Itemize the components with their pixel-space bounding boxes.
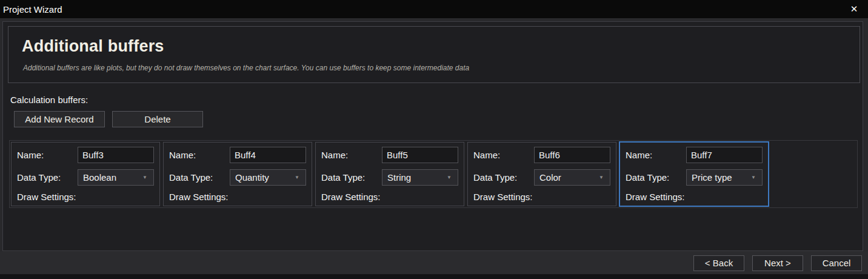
footer: < Back Next > Cancel [0, 252, 868, 274]
draw-settings-label: Draw Settings: [169, 192, 306, 202]
wizard-content: Additional buffers Additional buffers ar… [2, 21, 863, 251]
draw-settings-row: Draw Settings: [321, 192, 458, 202]
close-icon: ✕ [850, 4, 858, 15]
chevron-down-icon: ▼ [142, 175, 149, 180]
name-row: Name: [473, 147, 610, 163]
next-button[interactable]: Next > [752, 255, 803, 271]
name-input[interactable] [686, 147, 763, 163]
name-row: Name: [321, 147, 458, 163]
name-row: Name: [17, 147, 154, 163]
delete-button[interactable]: Delete [112, 111, 203, 127]
draw-settings-row: Draw Settings: [626, 192, 763, 202]
window-title: Project Wizard [0, 4, 62, 15]
buffer-card-buff6[interactable]: Name: Data Type: Color ▼ Draw Settings: [467, 142, 616, 206]
data-type-row: Data Type: String ▼ [321, 169, 458, 186]
data-type-row: Data Type: Color ▼ [473, 169, 610, 186]
add-new-record-button[interactable]: Add New Record [14, 111, 105, 127]
data-type-label: Data Type: [473, 172, 534, 183]
close-button[interactable]: ✕ [840, 0, 868, 18]
draw-settings-row: Draw Settings: [17, 192, 154, 202]
name-label: Name: [169, 150, 230, 160]
name-label: Name: [321, 150, 382, 160]
buffers-row: Name: Data Type: Boolean ▼ Draw Settings… [9, 140, 858, 208]
data-type-label: Data Type: [321, 172, 382, 183]
data-type-value: Color [539, 172, 599, 183]
data-type-value: Price type [692, 172, 751, 183]
chevron-down-icon: ▼ [447, 175, 453, 180]
section-label: Calculation buffers: [10, 95, 88, 105]
draw-settings-row: Draw Settings: [473, 192, 610, 202]
name-label: Name: [17, 150, 78, 160]
cancel-button[interactable]: Cancel [811, 255, 862, 271]
buffer-card-buff3[interactable]: Name: Data Type: Boolean ▼ Draw Settings… [11, 142, 160, 206]
draw-settings-label: Draw Settings: [626, 192, 763, 202]
chevron-down-icon: ▼ [599, 175, 605, 180]
buffer-card-buff7[interactable]: Name: Data Type: Price type ▼ Draw Setti… [619, 142, 769, 206]
data-type-dropdown[interactable]: Color ▼ [534, 169, 610, 186]
chevron-down-icon: ▼ [295, 175, 301, 180]
draw-settings-label: Draw Settings: [473, 192, 610, 202]
data-type-row: Data Type: Price type ▼ [626, 169, 763, 186]
name-input[interactable] [382, 147, 458, 163]
data-type-value: Quantity [235, 172, 295, 183]
data-type-dropdown[interactable]: Boolean ▼ [78, 169, 154, 186]
data-type-dropdown[interactable]: String ▼ [382, 169, 458, 186]
name-row: Name: [169, 147, 306, 163]
name-input[interactable] [230, 147, 306, 163]
data-type-label: Data Type: [169, 172, 230, 183]
data-type-dropdown[interactable]: Price type ▼ [686, 169, 763, 186]
buffer-card-buff5[interactable]: Name: Data Type: String ▼ Draw Settings: [315, 142, 464, 206]
chevron-down-icon: ▼ [751, 175, 757, 180]
page-title: Additional buffers [22, 37, 860, 56]
data-type-label: Data Type: [17, 172, 78, 183]
name-input[interactable] [534, 147, 610, 163]
header-panel: Additional buffers Additional buffers ar… [8, 26, 860, 83]
data-type-row: Data Type: Quantity ▼ [169, 169, 306, 186]
name-input[interactable] [78, 147, 154, 163]
draw-settings-label: Draw Settings: [17, 192, 154, 202]
draw-settings-row: Draw Settings: [169, 192, 306, 202]
name-row: Name: [626, 147, 763, 163]
name-label: Name: [626, 150, 686, 160]
data-type-row: Data Type: Boolean ▼ [17, 169, 154, 186]
draw-settings-label: Draw Settings: [321, 192, 458, 202]
window-bottom-edge [0, 274, 868, 279]
data-type-label: Data Type: [626, 172, 686, 183]
name-label: Name: [473, 150, 534, 160]
back-button[interactable]: < Back [693, 255, 744, 271]
data-type-dropdown[interactable]: Quantity ▼ [230, 169, 306, 186]
page-subtitle: Additional buffers are like plots, but t… [23, 64, 860, 72]
titlebar: Project Wizard ✕ [0, 0, 868, 18]
data-type-value: String [387, 172, 447, 183]
data-type-value: Boolean [83, 172, 142, 183]
toolbar: Add New Record Delete [14, 111, 203, 127]
buffer-card-buff4[interactable]: Name: Data Type: Quantity ▼ Draw Setting… [163, 142, 312, 206]
